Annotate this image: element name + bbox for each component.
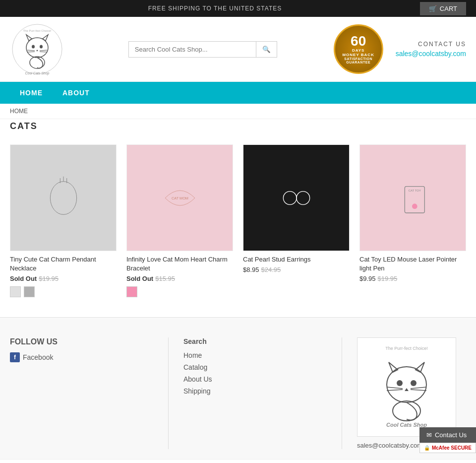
section-label: CATS bbox=[0, 119, 476, 139]
current-price: $9.95 bbox=[359, 275, 376, 282]
search-button[interactable]: 🔍 bbox=[256, 42, 277, 57]
logo-svg: Cool Cats Shop The Purr-fect Choice! bbox=[10, 22, 64, 76]
product-title-2: Cat Pearl Stud Earrings bbox=[243, 255, 350, 264]
product-price-3: $9.95$19.95 bbox=[359, 275, 466, 282]
product-image-0 bbox=[10, 144, 117, 251]
product-card-1[interactable]: CAT MOMInfinity Love Cat Mom Heart Charm… bbox=[126, 144, 233, 297]
svg-point-19 bbox=[283, 191, 297, 204]
svg-rect-24 bbox=[362, 342, 451, 432]
product-card-2[interactable]: Cat Pearl Stud Earrings$8.95$24.95 bbox=[243, 144, 350, 297]
footer-links-col: Search HomeCatalogAbout UsShipping bbox=[183, 337, 327, 449]
svg-point-5 bbox=[40, 45, 43, 49]
cart-icon: 🛒 bbox=[429, 5, 437, 12]
swatch-0-1[interactable] bbox=[24, 286, 35, 297]
logo-area: Cool Cats Shop The Purr-fect Choice! bbox=[10, 22, 74, 76]
sold-out-label: Sold Out bbox=[126, 275, 153, 282]
bottom-bar: © 2018 Cool Cats Shop. Test Powered by S… bbox=[0, 459, 476, 463]
svg-point-4 bbox=[32, 45, 35, 49]
mcafee-badge: 🔒 McAfee SECURE bbox=[419, 443, 476, 453]
footer-nav-link-0[interactable]: Home bbox=[183, 351, 327, 359]
mcafee-label: McAfee SECURE bbox=[432, 445, 472, 451]
badge-days-label: DAYS bbox=[352, 48, 365, 53]
footer-nav-link-2[interactable]: About Us bbox=[183, 375, 327, 383]
svg-text:The Purr-fect Choice!: The Purr-fect Choice! bbox=[23, 29, 51, 32]
cart-label: CART bbox=[440, 5, 457, 12]
footer-logo-svg: Cool Cats Shop The Purr-fect Choice! bbox=[362, 342, 451, 432]
cart-button[interactable]: 🛒 CART bbox=[420, 2, 466, 15]
footer-search-link[interactable]: Search bbox=[183, 337, 327, 345]
svg-line-9 bbox=[40, 50, 47, 51]
badge-days: 60 bbox=[351, 34, 366, 48]
contact-email[interactable]: sales@coolcatsby.com bbox=[396, 50, 466, 58]
svg-point-29 bbox=[411, 380, 416, 386]
search-icon: 🔍 bbox=[262, 46, 271, 53]
breadcrumb-home[interactable]: HOME bbox=[10, 108, 28, 115]
swatch-1-0[interactable] bbox=[126, 286, 137, 297]
footer-nav-link-1[interactable]: Catalog bbox=[183, 363, 327, 371]
contact-us-button[interactable]: ✉ Contact Us bbox=[419, 427, 476, 443]
original-price: $15.95 bbox=[155, 275, 175, 282]
top-bar: FREE SHIPPING TO THE UNITED STATES 🛒 CAR… bbox=[0, 0, 476, 17]
nav-home[interactable]: HOME bbox=[10, 82, 53, 104]
contact-label: CONTACT US bbox=[396, 41, 466, 48]
footer-nav-links: HomeCatalogAbout UsShipping bbox=[183, 351, 327, 395]
svg-point-22 bbox=[412, 203, 417, 209]
facebook-link[interactable]: f Facebook bbox=[10, 352, 153, 362]
search-area: 🔍 bbox=[84, 41, 321, 58]
facebook-icon: f bbox=[10, 352, 20, 362]
svg-line-7 bbox=[27, 50, 35, 51]
header: Cool Cats Shop The Purr-fect Choice! 🔍 6… bbox=[0, 17, 476, 82]
original-price: $19.95 bbox=[39, 275, 59, 282]
guarantee-badge: 60 DAYS MONEY BACK SATISFACTION GUARANTE… bbox=[331, 24, 386, 74]
footer-inner: FOLLOW US f Facebook Search HomeCatalogA… bbox=[10, 337, 466, 449]
svg-text:The Purr-fect Choice!: The Purr-fect Choice! bbox=[385, 346, 428, 351]
contact-us-label: Contact Us bbox=[435, 431, 467, 439]
footer-follow-col: FOLLOW US f Facebook bbox=[10, 337, 153, 449]
svg-point-28 bbox=[397, 380, 403, 386]
product-image-2 bbox=[243, 144, 350, 251]
nav-about[interactable]: ABOUT bbox=[53, 82, 100, 104]
svg-point-14 bbox=[50, 181, 76, 214]
svg-text:CAT TOY: CAT TOY bbox=[408, 189, 420, 192]
product-card-0[interactable]: Tiny Cute Cat Charm Pendant NecklaceSold… bbox=[10, 144, 117, 297]
original-price: $19.95 bbox=[378, 275, 398, 282]
logo-container: Cool Cats Shop The Purr-fect Choice! bbox=[10, 22, 64, 76]
product-price-1: Sold Out$15.95 bbox=[126, 275, 233, 282]
breadcrumb: HOME bbox=[0, 104, 476, 119]
sold-out-label: Sold Out bbox=[10, 275, 37, 282]
facebook-label: Facebook bbox=[23, 353, 53, 361]
product-image-3: CAT TOY bbox=[359, 144, 466, 251]
svg-marker-6 bbox=[36, 50, 38, 51]
footer-logo-box: Cool Cats Shop The Purr-fect Choice! bbox=[357, 337, 456, 437]
original-price: $24.95 bbox=[261, 266, 281, 273]
footer-divider-2 bbox=[342, 337, 342, 449]
product-card-3[interactable]: CAT TOYCat Toy LED Mouse Laser Pointer l… bbox=[359, 144, 466, 297]
contact-area: CONTACT US sales@coolcatsby.com bbox=[396, 41, 466, 58]
product-title-3: Cat Toy LED Mouse Laser Pointer light Pe… bbox=[359, 255, 466, 273]
svg-text:Cool Cats Shop: Cool Cats Shop bbox=[25, 71, 49, 75]
product-title-0: Tiny Cute Cat Charm Pendant Necklace bbox=[10, 255, 117, 273]
product-title-1: Infinity Love Cat Mom Heart Charm Bracel… bbox=[126, 255, 233, 273]
footer: FOLLOW US f Facebook Search HomeCatalogA… bbox=[0, 317, 476, 459]
svg-point-1 bbox=[26, 38, 48, 58]
color-swatches-0 bbox=[10, 286, 117, 297]
search-box: 🔍 bbox=[128, 41, 277, 58]
svg-point-20 bbox=[297, 191, 310, 204]
nav-bar: HOME ABOUT bbox=[0, 82, 476, 104]
mcafee-icon: 🔒 bbox=[424, 445, 430, 451]
product-price-0: Sold Out$19.95 bbox=[10, 275, 117, 282]
footer-nav-link-3[interactable]: Shipping bbox=[183, 387, 327, 395]
current-price: $8.95 bbox=[243, 266, 259, 273]
badge-circle: 60 DAYS MONEY BACK SATISFACTION GUARANTE… bbox=[334, 24, 383, 74]
svg-line-8 bbox=[27, 52, 35, 52]
svg-line-10 bbox=[40, 52, 47, 52]
svg-text:CAT MOM: CAT MOM bbox=[172, 196, 188, 200]
swatch-0-0[interactable] bbox=[10, 286, 21, 297]
footer-follow-title: FOLLOW US bbox=[10, 337, 153, 346]
footer-divider-1 bbox=[168, 337, 169, 449]
products-section: Tiny Cute Cat Charm Pendant NecklaceSold… bbox=[0, 139, 476, 317]
email-icon: ✉ bbox=[426, 431, 432, 439]
product-image-1: CAT MOM bbox=[126, 144, 233, 251]
search-input[interactable] bbox=[129, 42, 256, 57]
bottom-right-widgets: ✉ Contact Us 🔒 McAfee SECURE bbox=[419, 427, 476, 453]
